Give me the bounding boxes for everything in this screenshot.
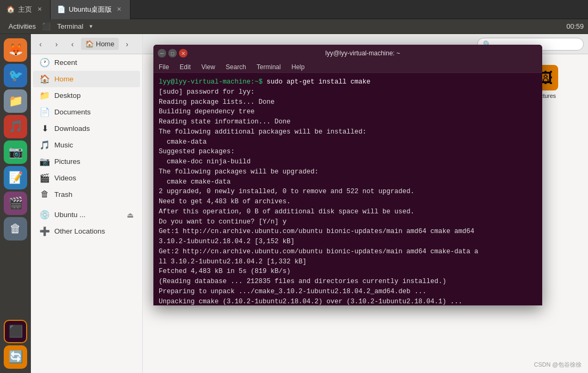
eject-icon[interactable]: ⏏ <box>127 211 134 219</box>
terminal-icon-menu: ⬛ <box>42 22 51 30</box>
downloads-icon: ⬇ <box>39 123 50 134</box>
dock-thunderbird[interactable]: 🐦 <box>4 64 27 87</box>
terminal-edit-menu[interactable]: Edit <box>174 62 196 72</box>
sidebar-toolbar: ‹ › ‹ 🏠 Home › <box>31 34 142 54</box>
sidebar-item-trash[interactable]: 🗑 Trash <box>33 186 140 202</box>
menu-left: Activities ⬛ Terminal ▾ <box>4 21 93 31</box>
tab-home-label: 主页 <box>18 5 32 14</box>
terminal-file-menu[interactable]: File <box>153 62 174 72</box>
term-line-20: Unpacking cmake (3.10.2-1ubuntu2.18.04.2… <box>159 297 537 306</box>
up-button[interactable]: ‹ <box>65 37 80 52</box>
maximize-button[interactable]: □ <box>168 49 177 57</box>
activities-menu[interactable]: Activities <box>4 21 40 31</box>
dock-firefox[interactable]: 🦊 <box>4 38 27 62</box>
sidebar-item-other-label: Other Locations <box>54 227 105 235</box>
watermark: CSDN @包谷徐徐 <box>534 361 582 369</box>
dock-libreoffice[interactable]: 📝 <box>4 166 27 189</box>
forward-button[interactable]: › <box>49 37 64 52</box>
sidebar-item-ubuntu-label: Ubuntu ... <box>54 211 86 219</box>
top-bar: 🏠 主页 ✕ 📄 Ubuntu桌面版 ✕ <box>0 0 588 19</box>
sidebar-item-home[interactable]: 🏠 Home <box>33 71 140 87</box>
documents-icon: 📄 <box>39 107 50 117</box>
pictures-icon: 📷 <box>39 156 50 167</box>
sidebar-item-videos-label: Videos <box>54 174 76 182</box>
more-button[interactable]: › <box>120 37 135 52</box>
ubuntu-icon: 💿 <box>39 210 50 220</box>
term-line-8: cmake-doc ninja-build <box>159 157 537 167</box>
term-line-15: Get:1 http://cn.archive.ubuntu.com/ubunt… <box>159 227 537 247</box>
main-content: 🖼 Pictures ─ □ ✕ lyy@lyy-virtual-machine… <box>143 34 588 373</box>
terminal-view-menu[interactable]: View <box>196 62 220 72</box>
terminal-terminal-menu[interactable]: Terminal <box>251 62 286 72</box>
sidebar-item-desktop[interactable]: 📁 Desktop <box>33 87 140 104</box>
term-line-9: The following packages will be upgraded: <box>159 167 537 177</box>
term-line-4: Reading state information... Done <box>159 117 537 127</box>
dock-video[interactable]: 🎬 <box>4 192 27 215</box>
breadcrumb-home[interactable]: 🏠 Home <box>81 38 119 50</box>
sidebar-item-pictures-label: Pictures <box>54 158 80 165</box>
sidebar-item-pictures[interactable]: 📷 Pictures <box>33 153 140 170</box>
tab-ubuntu[interactable]: 📄 Ubuntu桌面版 ✕ <box>51 0 130 19</box>
back-button[interactable]: ‹ <box>33 37 48 52</box>
desktop-icon: 📁 <box>39 90 50 101</box>
terminal-window[interactable]: ─ □ ✕ lyy@lyy-virtual-machine: ~ File Ed… <box>153 45 542 305</box>
tab-home[interactable]: 🏠 主页 ✕ <box>0 0 51 19</box>
sidebar-item-trash-label: Trash <box>54 190 72 198</box>
term-line-16: Get:2 http://cn.archive.ubuntu.com/ubunt… <box>159 247 537 267</box>
terminal-body[interactable]: lyy@lyy-virtual-machine:~$ sudo apt-get … <box>153 73 542 305</box>
dock-files[interactable]: 📁 <box>4 89 27 113</box>
tab-home-close[interactable]: ✕ <box>35 5 44 14</box>
home-icon: 🏠 <box>39 74 50 84</box>
dock-terminal[interactable]: ⬛ <box>4 320 27 343</box>
sidebar-item-home-label: Home <box>54 75 74 83</box>
term-line-2: Reading package lists... Done <box>159 97 537 107</box>
term-line-10: cmake cmake-data <box>159 177 537 187</box>
sidebar-item-other[interactable]: ➕ Other Locations <box>33 223 140 239</box>
sidebar-item-documents[interactable]: 📄 Documents <box>33 104 140 120</box>
other-icon: ➕ <box>39 226 50 236</box>
term-line-14: Do you want to continue? [Y/n] y <box>159 217 537 227</box>
home-breadcrumb-icon: 🏠 <box>85 40 94 48</box>
dock: 🦊 🐦 📁 🎵 📷 📝 🎬 🗑 ⬛ 🔄 <box>0 34 31 373</box>
sidebar-item-downloads-label: Downloads <box>54 125 90 132</box>
dock-shotwell[interactable]: 📷 <box>4 140 27 164</box>
terminal-menu: File Edit View Search Terminal Help <box>153 62 542 73</box>
minimize-button[interactable]: ─ <box>158 49 166 57</box>
home-breadcrumb-label: Home <box>96 40 115 48</box>
sidebar-item-videos[interactable]: 🎬 Videos <box>33 170 140 186</box>
term-line-19: Preparing to unpack .../cmake_3.10.2-1ub… <box>159 287 537 297</box>
time-display: 00:59 <box>566 22 584 30</box>
trash-icon: 🗑 <box>39 189 50 199</box>
terminal-help-menu[interactable]: Help <box>286 62 310 72</box>
sidebar-item-recent[interactable]: 🕐 Recent <box>33 54 140 71</box>
term-line-1: [sudo] password for lyy: <box>159 87 537 97</box>
term-line-0: lyy@lyy-virtual-machine:~$ sudo apt-get … <box>159 77 537 87</box>
sidebar-item-ubuntu[interactable]: 💿 Ubuntu ... ⏏ <box>33 206 140 223</box>
term-line-3: Building dependency tree <box>159 107 537 117</box>
terminal-title: lyy@lyy-virtual-machine: ~ <box>187 49 538 57</box>
terminal-search-menu[interactable]: Search <box>220 62 251 72</box>
tab-ubuntu-close[interactable]: ✕ <box>115 5 124 14</box>
close-button[interactable]: ✕ <box>179 49 187 57</box>
term-line-11: 2 upgraded, 0 newly installed, 0 to remo… <box>159 187 537 197</box>
sidebar-item-downloads[interactable]: ⬇ Downloads <box>33 120 140 137</box>
term-line-13: After this operation, 0 B of additional … <box>159 207 537 217</box>
terminal-dropdown-icon[interactable]: ▾ <box>89 23 93 30</box>
dock-trash[interactable]: 🗑 <box>4 217 27 241</box>
dock-updater[interactable]: 🔄 <box>4 345 27 369</box>
tab-home-icon: 🏠 <box>6 5 15 13</box>
term-line-7: Suggested packages: <box>159 147 537 157</box>
terminal-menu[interactable]: Terminal <box>53 21 87 31</box>
sidebar-item-recent-label: Recent <box>54 59 77 67</box>
term-line-6: cmake-data <box>159 137 537 147</box>
recent-icon: 🕐 <box>39 57 50 68</box>
sidebar-item-desktop-label: Desktop <box>54 92 81 100</box>
dock-rhythmbox[interactable]: 🎵 <box>4 115 27 138</box>
sidebar: ‹ › ‹ 🏠 Home › 🕐 Recent 🏠 Home 📁 Desktop… <box>31 34 143 373</box>
sidebar-item-music[interactable]: 🎵 Music <box>33 137 140 153</box>
terminal-titlebar: ─ □ ✕ lyy@lyy-virtual-machine: ~ <box>153 45 542 62</box>
window-controls: ─ □ ✕ <box>158 49 187 57</box>
term-line-12: Need to get 4,483 kB of archives. <box>159 197 537 207</box>
file-manager: 🦊 🐦 📁 🎵 📷 📝 🎬 🗑 ⬛ 🔄 ‹ › ‹ 🏠 Home › 🕐 Rec… <box>0 34 588 373</box>
term-line-18: (Reading database ... 212835 files and d… <box>159 277 537 287</box>
